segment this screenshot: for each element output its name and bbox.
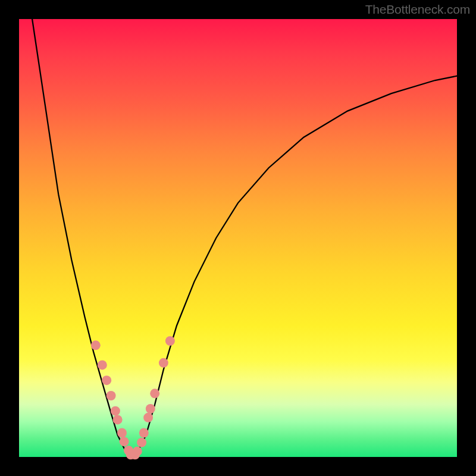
watermark-text: TheBottleneck.com bbox=[365, 2, 470, 17]
marker-dot bbox=[143, 413, 153, 422]
marker-dot bbox=[146, 404, 155, 414]
marker-dot bbox=[111, 406, 120, 416]
marker-dot bbox=[137, 438, 146, 447]
plot-area bbox=[19, 19, 457, 457]
marker-dot bbox=[113, 415, 123, 424]
marker-dot bbox=[98, 360, 107, 369]
marker-dot bbox=[165, 336, 175, 346]
marker-dot bbox=[133, 446, 142, 456]
marker-dot bbox=[102, 375, 111, 385]
marker-dot bbox=[139, 428, 149, 438]
marker-dot bbox=[91, 340, 101, 350]
marker-dot bbox=[107, 391, 116, 400]
curve-svg bbox=[19, 19, 457, 457]
marker-dot bbox=[159, 358, 168, 368]
marker-dot bbox=[120, 437, 129, 446]
marker-dot bbox=[117, 428, 127, 438]
bottleneck-curve-path bbox=[32, 19, 457, 457]
chart-frame: TheBottleneck.com bbox=[0, 0, 476, 476]
marker-dot bbox=[150, 389, 159, 398]
marker-group bbox=[91, 336, 175, 459]
